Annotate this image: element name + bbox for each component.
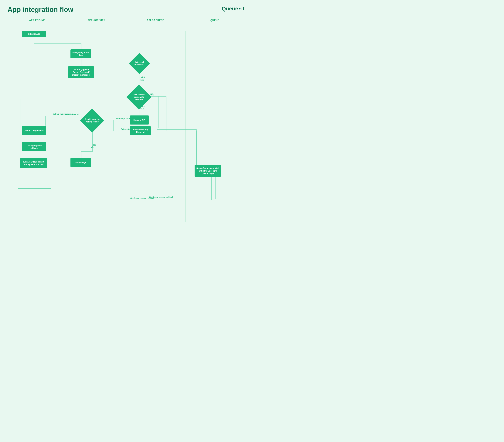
logo-text: Queue xyxy=(222,6,238,12)
return-waiting-room-box: Return Waiting Room id xyxy=(130,126,151,135)
svg-text:Return Api result: Return Api result xyxy=(116,118,131,120)
logo-text2: it xyxy=(241,6,244,12)
initialize-app-box: Initialize App xyxy=(22,31,46,37)
navigating-app-box: Navigating in the App xyxy=(71,49,91,58)
is-protected-diamond: Is the call Protected? xyxy=(128,53,150,74)
queue-itengine-box: Queue ITEngine.Run xyxy=(22,126,46,135)
svg-text:On Queue passed callback: On Queue passed callback xyxy=(149,196,173,198)
page: App integration flow Queue it APP ENGINE… xyxy=(0,0,252,227)
call-api-box: Call API (Append Queue Session if presen… xyxy=(68,66,94,78)
page-title: App integration flow xyxy=(8,6,73,14)
svg-text:Extract waitingroom id: Extract waitingroom id xyxy=(58,113,79,115)
svg-text:YES: YES xyxy=(140,79,144,81)
col-header-queue: QUEUE xyxy=(185,17,244,23)
valid-session-diamond: Does the user have a valid session? xyxy=(126,85,151,109)
extract-queue-token-box: Extract Queue Token and append API call xyxy=(20,158,47,168)
through-queue-callback-box: Through queue callback xyxy=(22,142,46,151)
svg-text:NO: NO xyxy=(91,146,93,148)
svg-text:YES: YES xyxy=(141,76,145,78)
col-header-app-activity: APP ACTIVITY xyxy=(67,17,126,23)
show-waiting-room-diamond: Should show the waiting room? xyxy=(81,109,104,132)
svg-text:NO: NO xyxy=(93,144,96,146)
col-header-api-backend: API BACKEND xyxy=(126,17,185,23)
flowchart: YES YES NO Return Api result NO xyxy=(8,23,244,222)
header: App integration flow Queue it xyxy=(8,6,244,14)
show-queue-page-box: Show Queue page Wait untill the user tur… xyxy=(195,165,221,177)
logo-dot xyxy=(239,8,240,9)
execute-api-box: Execute API xyxy=(130,115,149,125)
svg-text:Extract waitingroom id: Extract waitingroom id xyxy=(53,113,73,115)
col-header-app-engine: APP ENGINE xyxy=(8,17,67,23)
logo: Queue it xyxy=(222,6,244,12)
divider-2 xyxy=(126,31,126,222)
svg-text:NO: NO xyxy=(151,94,154,96)
show-page-box: Show Page xyxy=(71,158,91,167)
svg-text:On Queue passed callback: On Queue passed callback xyxy=(130,197,155,199)
divider-1 xyxy=(67,31,67,222)
